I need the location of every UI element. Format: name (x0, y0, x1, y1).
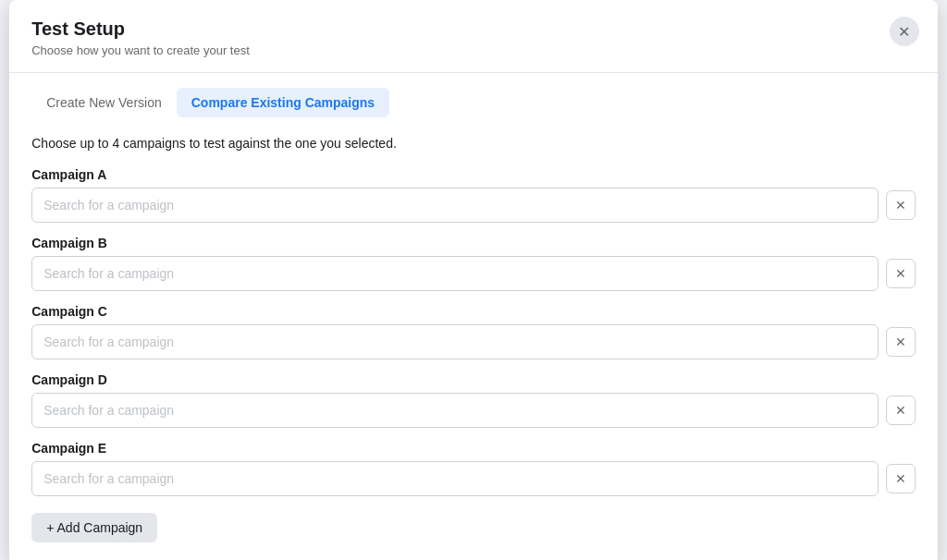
remove-a-icon: ✕ (895, 198, 906, 213)
campaign-d-row: ✕ (31, 393, 916, 428)
remove-e-icon: ✕ (895, 471, 906, 486)
campaign-c-label: Campaign C (31, 304, 916, 319)
campaign-d-remove-button[interactable]: ✕ (886, 396, 916, 425)
campaign-a-input[interactable] (31, 188, 879, 223)
tab-create-new-version[interactable]: Create New Version (31, 88, 177, 117)
campaign-e-remove-button[interactable]: ✕ (886, 464, 916, 493)
campaign-group-e: Campaign E ✕ (31, 441, 916, 496)
remove-c-icon: ✕ (895, 335, 906, 349)
test-setup-modal: Test Setup Choose how you want to create… (9, 0, 938, 560)
campaign-a-label: Campaign A (31, 167, 916, 182)
remove-d-icon: ✕ (895, 403, 906, 418)
campaign-c-row: ✕ (31, 324, 916, 359)
tabs-container: Create New Version Compare Existing Camp… (9, 73, 938, 117)
campaign-a-remove-button[interactable]: ✕ (886, 190, 916, 220)
campaign-e-input[interactable] (31, 461, 879, 496)
campaign-d-label: Campaign D (31, 372, 916, 387)
modal-subtitle: Choose how you want to create your test (31, 43, 916, 57)
campaign-group-d: Campaign D ✕ (31, 372, 916, 428)
add-campaign-label: + Add Campaign (46, 520, 142, 535)
instructions-text: Choose up to 4 campaigns to test against… (31, 136, 916, 151)
tab-compare-existing-campaigns[interactable]: Compare Existing Campaigns (177, 88, 389, 117)
close-button[interactable]: ✕ (890, 17, 919, 46)
remove-b-icon: ✕ (895, 266, 906, 281)
campaign-c-remove-button[interactable]: ✕ (886, 327, 916, 357)
campaign-b-label: Campaign B (31, 236, 916, 250)
campaign-e-row: ✕ (31, 461, 916, 496)
campaign-b-remove-button[interactable]: ✕ (886, 259, 916, 288)
campaign-c-input[interactable] (31, 324, 879, 359)
campaign-group-c: Campaign C ✕ (31, 304, 916, 359)
modal-body: Choose up to 4 campaigns to test against… (9, 117, 938, 560)
campaign-d-input[interactable] (31, 393, 879, 428)
add-campaign-button[interactable]: + Add Campaign (31, 513, 157, 542)
campaign-b-input[interactable] (31, 256, 879, 291)
close-icon: ✕ (898, 23, 910, 41)
modal-title: Test Setup (31, 18, 916, 40)
modal-header: Test Setup Choose how you want to create… (9, 0, 938, 73)
campaign-group-b: Campaign B ✕ (31, 236, 916, 291)
campaign-a-row: ✕ (31, 188, 916, 223)
campaign-group-a: Campaign A ✕ (31, 167, 916, 223)
campaign-b-row: ✕ (31, 256, 916, 291)
campaign-e-label: Campaign E (31, 441, 916, 456)
